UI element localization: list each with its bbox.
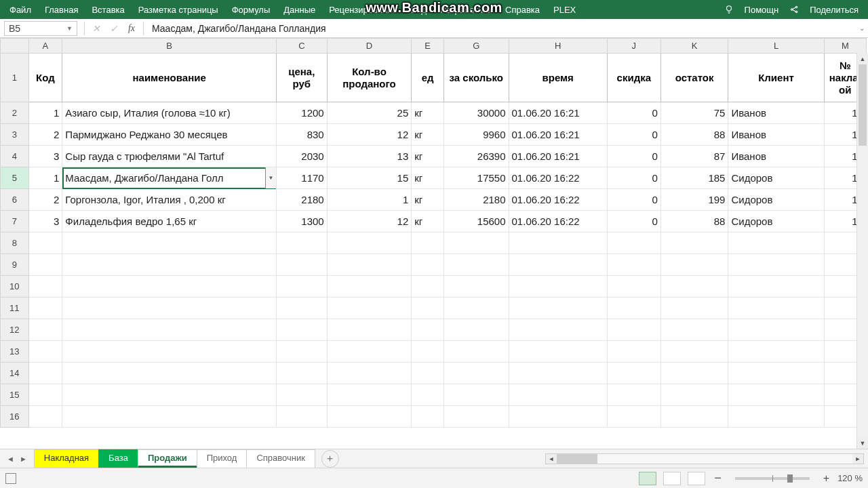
cell[interactable]: Иванов	[728, 102, 824, 124]
header-cell[interactable]: Клиент	[728, 54, 824, 102]
cell[interactable]	[509, 298, 607, 319]
cell[interactable]	[607, 276, 660, 298]
zoom-level[interactable]: 120 %	[837, 473, 863, 483]
cell[interactable]	[412, 276, 444, 298]
cell[interactable]	[509, 319, 607, 341]
column-header-A[interactable]: A	[28, 39, 62, 54]
cell[interactable]	[728, 298, 824, 319]
cell[interactable]	[509, 232, 607, 254]
header-cell[interactable]: остаток	[660, 54, 728, 102]
new-sheet-button[interactable]: ＋	[321, 450, 339, 468]
cell[interactable]	[28, 384, 62, 406]
cell[interactable]: 9960	[444, 124, 509, 146]
cell[interactable]	[276, 384, 327, 406]
scroll-down-icon[interactable]: ▼	[857, 437, 868, 449]
ribbon-tab-6[interactable]: Рецензирование	[322, 0, 403, 19]
cell[interactable]	[327, 276, 412, 298]
cell[interactable]: Иванов	[728, 124, 824, 146]
cell[interactable]	[509, 341, 607, 363]
zoom-in-button[interactable]: +	[821, 472, 832, 485]
cell[interactable]: 15	[327, 167, 412, 189]
cell[interactable]: 0	[607, 102, 660, 124]
cell[interactable]	[276, 319, 327, 341]
cell[interactable]: 88	[660, 124, 728, 146]
cell[interactable]: 0	[607, 211, 660, 232]
cell[interactable]	[276, 276, 327, 298]
cell[interactable]	[444, 276, 509, 298]
sheet-nav-next-icon[interactable]: ►	[17, 455, 30, 463]
cell[interactable]: Сыр гауда с трюфелями "Al Tartuf	[62, 146, 277, 167]
cell[interactable]: 1	[327, 189, 412, 211]
cell[interactable]: 2180	[444, 189, 509, 211]
cell[interactable]	[62, 319, 277, 341]
sheet-tab-2[interactable]: Продажи	[138, 449, 197, 468]
cell[interactable]: 1300	[276, 211, 327, 232]
cell[interactable]	[327, 298, 412, 319]
cell[interactable]: Маасдам, Джагибо/Ландана Голл▼	[62, 167, 277, 189]
cell[interactable]: кг	[412, 167, 444, 189]
cell[interactable]: 75	[660, 102, 728, 124]
cell[interactable]	[444, 384, 509, 406]
cell[interactable]	[28, 232, 62, 254]
cell[interactable]: 2	[28, 189, 62, 211]
header-cell[interactable]: Кол-во проданого	[327, 54, 412, 102]
column-header-C[interactable]: C	[276, 39, 327, 54]
cell[interactable]	[62, 363, 277, 384]
cell[interactable]: 0	[607, 189, 660, 211]
cell[interactable]	[412, 341, 444, 363]
cell[interactable]	[660, 232, 728, 254]
row-header-2[interactable]: 2	[1, 102, 29, 124]
cell[interactable]	[28, 341, 62, 363]
vertical-scrollbar[interactable]: ▲ ▼	[856, 53, 868, 449]
cell[interactable]	[276, 341, 327, 363]
zoom-slider[interactable]	[735, 477, 810, 480]
scroll-up-icon[interactable]: ▲	[857, 53, 868, 64]
vertical-scroll-thumb[interactable]	[859, 64, 867, 146]
cell[interactable]	[28, 254, 62, 276]
cell[interactable]: 01.06.20 16:22	[509, 211, 607, 232]
header-cell[interactable]: за сколько	[444, 54, 509, 102]
horizontal-scroll-thumb[interactable]	[557, 454, 597, 464]
cell[interactable]: 01.06.20 16:22	[509, 167, 607, 189]
header-cell[interactable]: Код	[28, 54, 62, 102]
cell[interactable]	[62, 254, 277, 276]
spreadsheet-grid[interactable]: ABCDEGHJKLM1Коднаименованиецена, рубКол-…	[0, 38, 868, 449]
ribbon-tab-4[interactable]: Формулы	[225, 0, 277, 19]
horizontal-scrollbar[interactable]: ◄ ►	[545, 453, 864, 464]
column-header-D[interactable]: D	[327, 39, 412, 54]
cell[interactable]	[660, 298, 728, 319]
cell[interactable]	[444, 298, 509, 319]
cell[interactable]	[728, 232, 824, 254]
ribbon-tab-1[interactable]: Главная	[38, 0, 85, 19]
cell[interactable]	[327, 341, 412, 363]
cell[interactable]: 01.06.20 16:21	[509, 146, 607, 167]
formula-input[interactable]: Маасдам, Джагибо/Ландана Голландия	[146, 23, 856, 34]
header-cell[interactable]: ед	[412, 54, 444, 102]
share-button[interactable]: Поделиться	[803, 5, 865, 15]
cell[interactable]: кг	[412, 146, 444, 167]
cell[interactable]: кг	[412, 189, 444, 211]
cell[interactable]	[509, 276, 607, 298]
column-header-B[interactable]: B	[62, 39, 277, 54]
cell[interactable]	[444, 341, 509, 363]
cell[interactable]	[28, 363, 62, 384]
cell[interactable]: 01.06.20 16:21	[509, 124, 607, 146]
cell[interactable]: Сидоров	[728, 211, 824, 232]
cell[interactable]	[62, 384, 277, 406]
cell[interactable]: 17550	[444, 167, 509, 189]
cell[interactable]: 30000	[444, 102, 509, 124]
row-header-16[interactable]: 16	[1, 406, 29, 428]
cell[interactable]	[412, 232, 444, 254]
row-header-13[interactable]: 13	[1, 341, 29, 363]
cell[interactable]	[660, 406, 728, 428]
sheet-tab-0[interactable]: Накладная	[34, 449, 99, 468]
cell[interactable]: Иванов	[728, 146, 824, 167]
ribbon-tab-2[interactable]: Вставка	[85, 0, 131, 19]
cell[interactable]	[660, 254, 728, 276]
cell[interactable]	[444, 319, 509, 341]
cell[interactable]	[607, 384, 660, 406]
cell[interactable]	[276, 406, 327, 428]
cell[interactable]	[412, 384, 444, 406]
cell[interactable]: 2030	[276, 146, 327, 167]
row-header-11[interactable]: 11	[1, 298, 29, 319]
